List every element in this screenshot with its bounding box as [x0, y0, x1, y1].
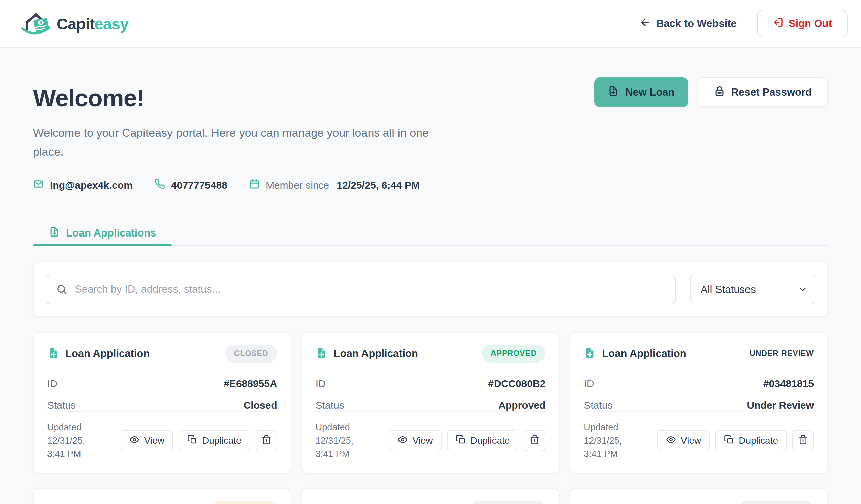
status-badge: SUBMITTED [211, 501, 277, 504]
card-title: Loan Application [334, 348, 418, 360]
tab-bar: Loan Applications [33, 221, 828, 246]
status-row: Status Under Review [584, 399, 814, 411]
tab-label: Loan Applications [66, 227, 156, 239]
id-row: ID #DCC080B2 [316, 378, 546, 390]
sign-out-label: Sign Out [789, 17, 832, 30]
status-row: Status Approved [316, 399, 546, 411]
loan-card: Loan Application IN PROGRESS [570, 488, 828, 504]
brand-logo: $ Capiteasy [21, 10, 128, 37]
brand-name: Capiteasy [57, 14, 128, 33]
log-out-icon [773, 17, 783, 30]
lock-icon [714, 85, 725, 99]
copy-icon [724, 435, 734, 447]
loan-cards-grid: Loan Application CLOSED ID #E688955A Sta… [33, 332, 828, 504]
reset-password-button[interactable]: Reset Password [698, 78, 828, 107]
file-plus-icon [584, 503, 596, 504]
status-badge: APPROVED [482, 345, 545, 363]
view-button[interactable]: View [121, 430, 173, 451]
file-plus-icon [608, 85, 619, 99]
phone-value: 4077775488 [171, 180, 227, 191]
email-value: Ing@apex4k.com [50, 180, 133, 191]
file-plus-icon [584, 347, 596, 360]
file-plus-icon [316, 347, 328, 360]
page-subtitle: Welcome to your Capiteasy portal. Here y… [33, 123, 456, 161]
file-plus-icon [316, 503, 328, 504]
status-value: Closed [244, 399, 277, 411]
updated-timestamp: Updated 12/31/25,3:41 PM [316, 420, 389, 461]
file-plus-icon [47, 347, 59, 360]
eye-icon [129, 435, 139, 447]
status-badge: UNDER REVIEW [741, 345, 814, 363]
duplicate-button[interactable]: Duplicate [715, 430, 787, 451]
id-row: ID #03481815 [584, 378, 814, 390]
sign-out-button[interactable]: Sign Out [757, 10, 848, 37]
view-button[interactable]: View [657, 430, 710, 451]
account-info-row: Ing@apex4k.com 4077775488 Member since 1… [33, 179, 828, 192]
member-since-label: Member since [266, 180, 329, 191]
delete-button[interactable] [524, 430, 545, 451]
member-since-value: 12/25/25, 6:44 PM [337, 180, 420, 191]
duplicate-button[interactable]: Duplicate [447, 430, 519, 451]
id-value: #DCC080B2 [488, 378, 545, 390]
file-plus-icon [49, 226, 60, 240]
status-value: Under Review [747, 399, 814, 411]
view-button[interactable]: View [389, 430, 441, 451]
search-input[interactable] [46, 275, 676, 304]
id-label: ID [47, 378, 57, 390]
file-plus-icon [47, 503, 59, 504]
delete-button[interactable] [792, 430, 814, 451]
id-label: ID [584, 378, 594, 390]
eye-icon [666, 435, 676, 447]
copy-icon [456, 435, 466, 447]
loan-card: Loan Application UNDER REVIEW ID #034818… [570, 332, 828, 474]
id-value: #03481815 [763, 378, 814, 390]
arrow-left-icon [639, 16, 651, 31]
account-phone: 4077775488 [154, 179, 227, 192]
back-to-website-link[interactable]: Back to Website [639, 16, 737, 31]
card-title: Loan Application [65, 348, 150, 360]
updated-timestamp: Updated 12/31/25,3:41 PM [584, 420, 657, 461]
delete-button[interactable] [256, 430, 277, 451]
filter-panel: All Statuses [33, 262, 828, 317]
status-label: Status [584, 399, 612, 411]
status-badge: IN PROGRESS [470, 501, 546, 504]
status-filter-select[interactable]: All Statuses [690, 275, 815, 304]
id-row: ID #E688955A [47, 378, 277, 390]
reset-password-label: Reset Password [731, 86, 812, 98]
member-since: Member since 12/25/25, 6:44 PM [249, 179, 420, 192]
loan-card: Loan Application IN PROGRESS [301, 488, 560, 504]
card-title: Loan Application [602, 348, 686, 360]
eye-icon [397, 435, 408, 447]
copy-icon [187, 435, 197, 447]
trash-icon [261, 435, 272, 447]
loan-card: Loan Application APPROVED ID #DCC080B2 S… [301, 332, 560, 474]
status-badge: CLOSED [226, 345, 277, 363]
new-loan-label: New Loan [625, 86, 674, 98]
loan-card: Loan Application SUBMITTED [33, 488, 291, 504]
tab-loan-applications[interactable]: Loan Applications [33, 221, 172, 245]
status-label: Status [47, 399, 76, 411]
house-money-logo-icon: $ [21, 10, 53, 37]
trash-icon [530, 435, 539, 447]
status-badge: IN PROGRESS [739, 501, 814, 504]
calendar-icon [249, 179, 260, 192]
id-label: ID [316, 378, 326, 390]
status-label: Status [316, 399, 344, 411]
mail-icon [33, 179, 44, 192]
top-header: $ Capiteasy Back to Website Sign Out [0, 0, 861, 48]
loan-card: Loan Application CLOSED ID #E688955A Sta… [33, 332, 291, 474]
status-row: Status Closed [47, 399, 277, 411]
new-loan-button[interactable]: New Loan [594, 78, 688, 107]
status-value: Approved [498, 399, 545, 411]
back-link-label: Back to Website [656, 17, 737, 30]
account-email: Ing@apex4k.com [33, 179, 133, 192]
id-value: #E688955A [224, 378, 277, 390]
updated-timestamp: Updated 12/31/25,3:41 PM [47, 420, 121, 461]
phone-icon [154, 179, 165, 192]
duplicate-button[interactable]: Duplicate [179, 430, 250, 451]
trash-icon [798, 435, 808, 447]
